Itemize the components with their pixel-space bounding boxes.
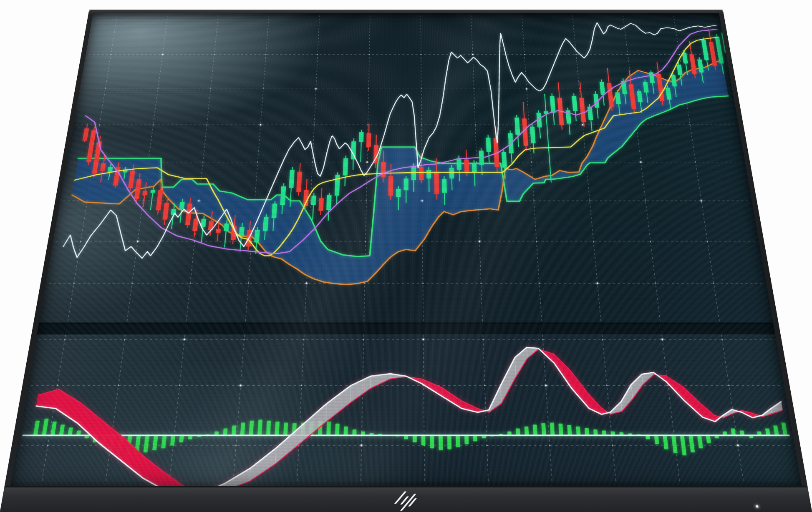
hp-logo-icon <box>398 491 414 511</box>
ichimoku-cloud <box>57 60 761 285</box>
chart-svg <box>10 13 802 486</box>
hp-logo-stroke <box>394 492 406 504</box>
bottom-bezel <box>0 486 812 512</box>
hp-monitor <box>0 10 812 512</box>
product-photo-stage <box>0 0 812 512</box>
power-led-icon <box>756 505 759 508</box>
panel-divider <box>37 323 775 335</box>
monitor-screen <box>10 13 802 486</box>
